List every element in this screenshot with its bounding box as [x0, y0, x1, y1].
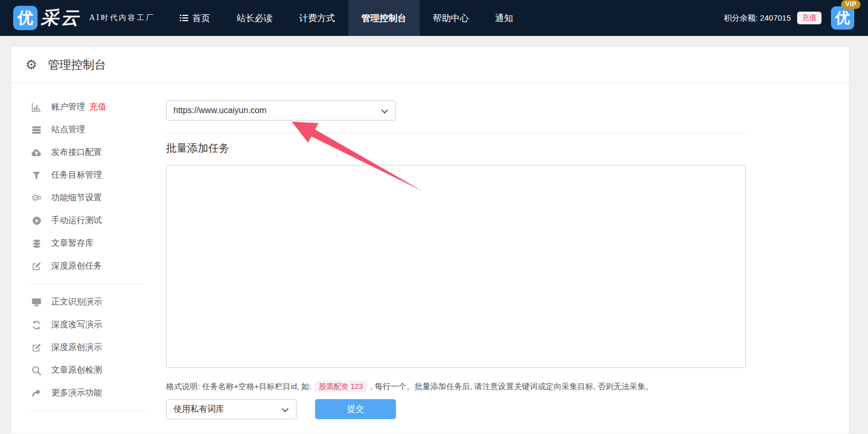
- sidebar-item-label: 深度原创任务: [51, 261, 102, 272]
- sidebar-item-deep-original-task[interactable]: 深度原创任务: [31, 255, 166, 278]
- sidebar-item-label: 文章原创检测: [51, 365, 102, 376]
- sidebar-divider: [31, 411, 145, 411]
- nav-item-label: 站长必读: [237, 12, 273, 24]
- sidebar-item-originality-check[interactable]: 文章原创检测: [31, 359, 166, 382]
- sidebar-item-publish-api-config[interactable]: 发布接口配置: [31, 141, 166, 164]
- page-title: 管理控制台: [48, 57, 106, 73]
- sidebar-item-label: 任务目标管理: [51, 170, 102, 181]
- vip-badge: VIP: [841, 0, 861, 9]
- sidebar-recharge-link[interactable]: 充值: [89, 101, 106, 113]
- sidebar-item-article-staging[interactable]: 文章暂存库: [31, 232, 166, 255]
- user-avatar-wrap: 优 VIP: [831, 6, 854, 30]
- sidebar-item-deep-rewrite-demo[interactable]: 深度改写演示: [31, 313, 166, 336]
- sidebar-item-label: 手动运行测试: [51, 215, 102, 226]
- edit-icon: [31, 262, 42, 271]
- user-avatar[interactable]: 优: [831, 6, 854, 30]
- site-select-value: https://www.ucaiyun.com: [173, 106, 266, 115]
- sidebar-item-label: 深度改写演示: [51, 319, 102, 330]
- nav-item-label: 计费方式: [299, 12, 335, 24]
- format-note-prefix: 格式说明: 任务名称+空格+目标栏目id, 如:: [166, 382, 313, 391]
- sidebar-item-site-management[interactable]: 站点管理: [31, 118, 166, 141]
- recharge-button[interactable]: 充值: [797, 12, 821, 24]
- nav-item-help-center[interactable]: 帮助中心: [420, 0, 482, 36]
- filter-icon: [31, 171, 42, 180]
- nav-item-label: 通知: [495, 12, 513, 24]
- section-title: 批量添加任务: [166, 141, 746, 155]
- chevron-down-icon: [282, 405, 289, 412]
- console-card: ⚙ 管理控制台 账户管理 充值 站点管理 发: [11, 47, 849, 434]
- logo-tagline: AI时代内容工厂: [89, 13, 155, 23]
- dictionary-select-value: 使用私有词库: [173, 404, 224, 415]
- sidebar-item-manual-run-test[interactable]: 手动运行测试: [31, 209, 166, 232]
- chevron-down-icon: [381, 107, 388, 114]
- points-balance: 积分余额: 2407015: [724, 13, 791, 23]
- main-content: https://www.ucaiyun.com 批量添加任务 格式说明: 任务名…: [166, 83, 746, 434]
- batch-tasks-textarea[interactable]: [166, 165, 746, 368]
- sidebar-item-deep-original-demo[interactable]: 深度原创演示: [31, 336, 166, 359]
- sidebar-item-label: 功能细节设置: [51, 192, 102, 204]
- cogs-icon: ⚙⚙: [31, 193, 42, 202]
- dictionary-select[interactable]: 使用私有词库: [166, 399, 297, 419]
- sidebar-divider: [31, 284, 145, 284]
- sidebar-item-label: 账户管理: [51, 101, 85, 113]
- sidebar-item-label: 深度原创演示: [51, 342, 102, 353]
- sidebar-item-label: 更多演示功能: [51, 387, 102, 399]
- bottom-controls: 使用私有词库 提交: [166, 399, 746, 419]
- nav-item-label: 首页: [192, 12, 210, 24]
- sidebar-item-label: 文章暂存库: [51, 238, 94, 249]
- sidebar-item-label: 发布接口配置: [51, 147, 102, 158]
- nav-menu: 首页 站长必读 计费方式 管理控制台 帮助中心 通知: [167, 0, 527, 36]
- submit-button[interactable]: 提交: [315, 399, 396, 419]
- format-example-badge: 股票配资 123: [315, 381, 367, 392]
- nav-item-console[interactable]: 管理控制台: [348, 0, 420, 36]
- list-icon: [180, 14, 188, 22]
- section-divider: [166, 133, 746, 133]
- gear-icon: ⚙: [25, 58, 37, 71]
- nav-right-area: 积分余额: 2407015 充值 优 VIP: [724, 6, 854, 30]
- format-note: 格式说明: 任务名称+空格+目标栏目id, 如: 股票配资 123 , 每行一个…: [166, 382, 746, 392]
- monitor-icon: [31, 298, 42, 307]
- sidebar: 账户管理 充值 站点管理 发布接口配置 任务目标管理: [11, 83, 166, 434]
- database-icon: [31, 239, 42, 248]
- sidebar-item-label: 正文识别演示: [51, 297, 102, 308]
- card-header: ⚙ 管理控制台: [11, 47, 849, 83]
- logo-badge: 优: [13, 6, 38, 30]
- edit-icon: [31, 343, 42, 353]
- sidebar-item-feature-settings[interactable]: ⚙⚙ 功能细节设置: [31, 187, 166, 209]
- search-icon: [31, 366, 42, 375]
- sidebar-item-account-management[interactable]: 账户管理 充值: [31, 96, 166, 118]
- nav-item-pricing[interactable]: 计费方式: [286, 0, 348, 36]
- sidebar-item-more-demos[interactable]: 更多演示功能: [31, 382, 166, 404]
- site-select[interactable]: https://www.ucaiyun.com: [166, 100, 396, 121]
- forward-arrow-icon: [31, 389, 42, 398]
- top-navbar: 优 采云 AI时代内容工厂 首页 站长必读 计费方式 管理控制台 帮助中心 通知…: [0, 0, 868, 36]
- sidebar-item-content-recognition-demo[interactable]: 正文识别演示: [31, 291, 166, 313]
- format-note-suffix: , 每行一个。批量添加任务后, 请注意设置关键词或定向采集目标, 否则无法采集。: [368, 382, 653, 391]
- sidebar-item-task-target-management[interactable]: 任务目标管理: [31, 164, 166, 187]
- app-logo[interactable]: 优 采云 AI时代内容工厂: [13, 6, 155, 30]
- cloud-upload-icon: [31, 149, 42, 157]
- nav-item-label: 帮助中心: [433, 12, 469, 24]
- nav-item-webmaster-guide[interactable]: 站长必读: [224, 0, 286, 36]
- play-circle-icon: [31, 216, 42, 225]
- nav-item-label: 管理控制台: [362, 12, 407, 24]
- bar-chart-icon: [31, 103, 42, 112]
- logo-brand-text: 采云: [41, 6, 81, 30]
- nav-item-notifications[interactable]: 通知: [482, 0, 527, 36]
- server-icon: [31, 125, 42, 135]
- refresh-icon: [31, 320, 42, 330]
- sidebar-item-label: 站点管理: [51, 124, 85, 135]
- nav-item-home[interactable]: 首页: [167, 0, 224, 36]
